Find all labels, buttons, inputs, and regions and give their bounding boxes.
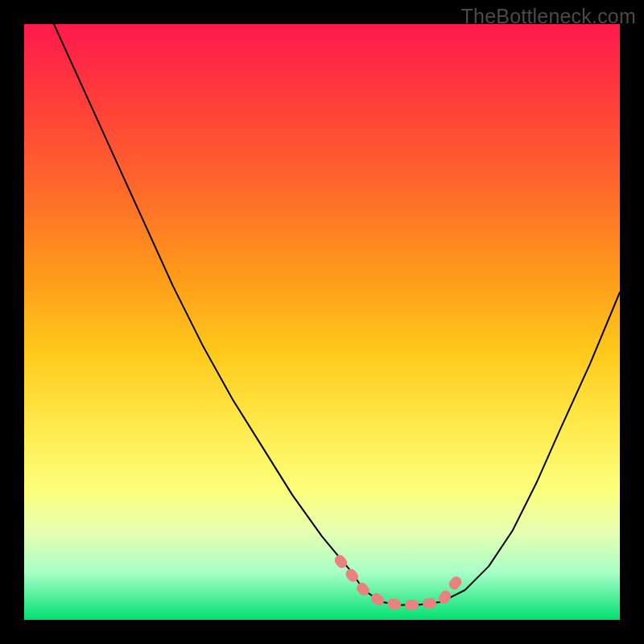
flat-bottom-accent (340, 560, 459, 605)
bottleneck-curve (54, 24, 620, 605)
plot-svg (24, 24, 620, 620)
